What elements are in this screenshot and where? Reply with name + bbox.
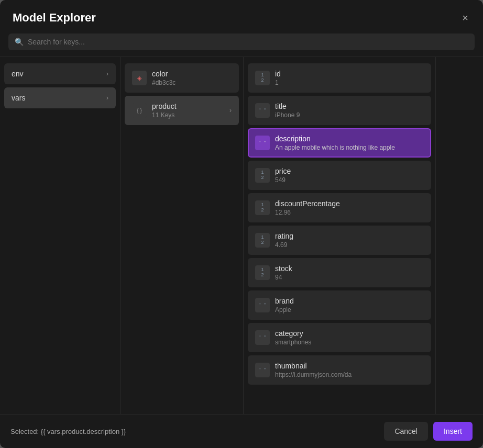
modal-header: Model Explorer ×: [0, 0, 483, 33]
close-button[interactable]: ×: [460, 10, 470, 25]
color-icon: ◈: [132, 71, 147, 85]
list-item-color[interactable]: ◈ color #db3c3c: [125, 63, 239, 93]
stock-num-icon: 12: [255, 265, 270, 280]
search-bar: 🔍: [8, 33, 475, 50]
cancel-button[interactable]: Cancel: [384, 422, 428, 441]
list-item-thumbnail[interactable]: " " thumbnail https://i.dummyjson.com/da: [248, 355, 431, 385]
description-str-icon: " ": [255, 136, 270, 150]
columns-container: env › vars › ◈ colo: [0, 57, 483, 414]
category-str-icon: " ": [255, 330, 270, 345]
modal-footer: Selected: {{ vars.product.description }}…: [0, 414, 483, 448]
list-item-rating[interactable]: 12 rating 4.69: [248, 226, 431, 255]
thumbnail-str-icon: " ": [255, 363, 270, 377]
selected-path-label: Selected: {{ vars.product.description }}: [10, 428, 126, 435]
footer-buttons: Cancel Insert: [384, 422, 473, 441]
list-item-id[interactable]: 12 id 1: [248, 63, 431, 93]
title-str-icon: " ": [255, 103, 270, 118]
column-4: [436, 57, 483, 414]
column-2: ◈ color #db3c3c { } product 11 Keys ›: [120, 57, 244, 414]
price-num-icon: 12: [255, 168, 270, 183]
list-item-product[interactable]: { } product 11 Keys ›: [125, 96, 239, 125]
id-num-icon: 12: [255, 71, 270, 85]
column-1: env › vars ›: [0, 57, 120, 414]
env-arrow-icon: ›: [106, 70, 108, 77]
list-item-stock[interactable]: 12 stock 94: [248, 258, 431, 287]
brand-str-icon: " ": [255, 298, 270, 312]
product-arrow-icon: ›: [229, 107, 232, 114]
list-item-category[interactable]: " " category smartphones: [248, 323, 431, 352]
sidebar-item-env[interactable]: env ›: [4, 63, 116, 84]
rating-num-icon: 12: [255, 233, 270, 248]
list-item-description[interactable]: " " description An apple mobile which is…: [248, 128, 431, 158]
modal-title: Model Explorer: [13, 11, 96, 25]
product-icon: { }: [132, 103, 147, 118]
search-icon: 🔍: [15, 38, 24, 46]
list-item-discountPercentage[interactable]: 12 discountPercentage 12.96: [248, 193, 431, 222]
insert-button[interactable]: Insert: [433, 422, 473, 441]
list-item-title[interactable]: " " title iPhone 9: [248, 96, 431, 125]
column-3: 12 id 1 " " title iPhone 9 " " descr: [244, 57, 436, 414]
sidebar-item-vars[interactable]: vars ›: [4, 87, 116, 108]
list-item-price[interactable]: 12 price 549: [248, 161, 431, 190]
list-item-brand[interactable]: " " brand Apple: [248, 290, 431, 320]
vars-arrow-icon: ›: [106, 94, 108, 102]
discount-num-icon: 12: [255, 200, 270, 215]
modal-overlay: Model Explorer × 🔍 env › vars: [0, 0, 483, 448]
search-input[interactable]: [28, 38, 468, 46]
